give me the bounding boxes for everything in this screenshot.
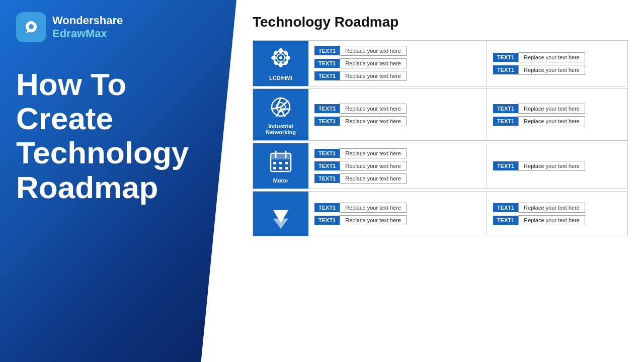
row-line: TEXT1 Replace your text here <box>493 161 621 171</box>
badge-value: Replace your text here <box>518 161 585 171</box>
badge-label: TEXT1 <box>493 203 518 212</box>
badge-value: Replace your text here <box>340 173 407 184</box>
badge-value: Replace your text here <box>518 52 585 62</box>
badge-label: TEXT1 <box>493 53 518 62</box>
badge-label: TEXT1 <box>493 104 518 113</box>
text-badge: TEXT1 Replace your text here <box>314 215 407 225</box>
badge-label: TEXT1 <box>314 161 340 170</box>
svg-point-5 <box>279 62 283 67</box>
badge-label: TEXT1 <box>314 46 340 55</box>
row-icon-cell-motor: Motor <box>253 143 308 189</box>
svg-rect-23 <box>271 153 291 159</box>
row-line: TEXT1 Replace your text here <box>493 116 621 126</box>
roadmap-row-4: TEXT1 Replace your text here TEXT1 Repla… <box>253 191 628 236</box>
badge-label: TEXT1 <box>314 104 340 113</box>
row-icon-cell-networking: IndustrialNetworking <box>253 89 308 140</box>
row-line: TEXT1 Replace your text here <box>314 46 480 56</box>
page-title: Technology Roadmap <box>253 14 628 30</box>
badge-value: Replace your text here <box>340 46 407 56</box>
badge-value: Replace your text here <box>518 116 585 126</box>
svg-rect-30 <box>279 167 282 169</box>
badge-label: TEXT1 <box>314 203 340 212</box>
motor-icon <box>268 148 294 174</box>
roadmap-row-motor: Motor TEXT1 Replace your text here TEXT1… <box>253 143 628 189</box>
badge-label: TEXT1 <box>493 65 518 74</box>
text-badge: TEXT1 Replace your text here <box>314 46 407 56</box>
text-badge: TEXT1 Replace your text here <box>314 116 407 126</box>
brand-name: Wondershare <box>52 14 123 27</box>
svg-rect-28 <box>285 162 288 164</box>
badge-label: TEXT1 <box>493 117 518 126</box>
row-right-lcd: TEXT1 Replace your text here TEXT1 Repla… <box>487 41 627 86</box>
roadmap-row-lcd: LCD/HMI TEXT1 Replace your text here TEX… <box>253 40 628 86</box>
text-badge: TEXT1 Replace your text here <box>493 215 585 225</box>
row-icon-cell-lcd: LCD/HMI <box>253 41 308 86</box>
badge-value: Replace your text here <box>340 203 407 213</box>
row-right-networking: TEXT1 Replace your text here TEXT1 Repla… <box>487 89 627 140</box>
badge-value: Replace your text here <box>340 215 407 225</box>
badge-label: TEXT1 <box>493 216 518 225</box>
row-line: TEXT1 Replace your text here <box>314 116 480 126</box>
svg-marker-33 <box>273 219 288 229</box>
text-badge: TEXT1 Replace your text here <box>493 52 585 62</box>
text-badge: TEXT1 Replace your text here <box>314 58 407 68</box>
badge-label: TEXT1 <box>314 117 340 126</box>
badge-value: Replace your text here <box>518 203 585 213</box>
badge-value: Replace your text here <box>340 161 407 171</box>
svg-line-21 <box>272 107 281 109</box>
lcd-hmi-label: LCD/HMI <box>269 75 292 81</box>
row-line: TEXT1 Replace your text here <box>314 161 480 171</box>
badge-value: Replace your text here <box>518 215 585 225</box>
row-line: TEXT1 Replace your text here <box>493 203 621 213</box>
row-line: TEXT1 Replace your text here <box>493 215 621 225</box>
motor-label: Motor <box>273 177 289 184</box>
text-badge: TEXT1 Replace your text here <box>314 148 407 158</box>
left-panel: Wondershare EdrawMax How To Create Techn… <box>0 0 236 362</box>
row-right-4: TEXT1 Replace your text here TEXT1 Repla… <box>487 192 627 236</box>
svg-point-13 <box>279 56 282 59</box>
logo-area: Wondershare EdrawMax <box>16 12 220 42</box>
row-line: TEXT1 Replace your text here <box>493 65 621 75</box>
badge-label: TEXT1 <box>314 71 340 80</box>
row-line: TEXT1 Replace your text here <box>314 215 480 225</box>
svg-point-1 <box>29 24 34 29</box>
row-icon-cell-4 <box>253 192 308 236</box>
right-panel: Technology Roadmap <box>236 0 644 362</box>
row-content-lcd: TEXT1 Replace your text here TEXT1 Repla… <box>308 41 487 86</box>
text-badge: TEXT1 Replace your text here <box>493 65 585 75</box>
roadmap-row-networking: IndustrialNetworking TEXT1 Replace your … <box>253 88 628 141</box>
badge-label: TEXT1 <box>314 149 340 158</box>
badge-value: Replace your text here <box>518 65 585 75</box>
text-badge: TEXT1 Replace your text here <box>493 161 585 171</box>
headline: How To Create Technology Roadmap <box>16 67 220 205</box>
row-content-networking: TEXT1 Replace your text here TEXT1 Repla… <box>308 89 487 140</box>
text-badge: TEXT1 Replace your text here <box>314 173 407 184</box>
badge-value: Replace your text here <box>518 104 585 114</box>
badge-label: TEXT1 <box>314 174 340 183</box>
logo-text: Wondershare EdrawMax <box>52 14 123 40</box>
svg-point-4 <box>279 48 283 53</box>
badge-value: Replace your text here <box>340 116 407 126</box>
badge-value: Replace your text here <box>340 104 407 114</box>
row-line: TEXT1 Replace your text here <box>314 58 480 68</box>
row-line: TEXT1 Replace your text here <box>314 148 480 158</box>
row-content-4: TEXT1 Replace your text here TEXT1 Repla… <box>308 192 487 236</box>
badge-value: Replace your text here <box>340 71 407 81</box>
svg-point-6 <box>271 56 276 60</box>
row4-icon <box>270 207 292 229</box>
svg-rect-29 <box>273 167 276 169</box>
networking-icon <box>268 94 294 120</box>
text-badge: TEXT1 Replace your text here <box>493 116 585 126</box>
badge-label: TEXT1 <box>493 161 518 170</box>
text-badge: TEXT1 Replace your text here <box>314 104 407 114</box>
svg-point-7 <box>285 56 290 60</box>
text-badge: TEXT1 Replace your text here <box>314 203 407 213</box>
text-badge: TEXT1 Replace your text here <box>314 161 407 171</box>
row-line: TEXT1 Replace your text here <box>493 104 621 114</box>
row-right-motor: TEXT1 Replace your text here <box>487 143 627 189</box>
badge-value: Replace your text here <box>340 148 407 158</box>
networking-label: IndustrialNetworking <box>266 123 296 135</box>
row-line: TEXT1 Replace your text here <box>493 52 621 62</box>
text-badge: TEXT1 Replace your text here <box>493 104 585 114</box>
text-badge: TEXT1 Replace your text here <box>493 203 585 213</box>
